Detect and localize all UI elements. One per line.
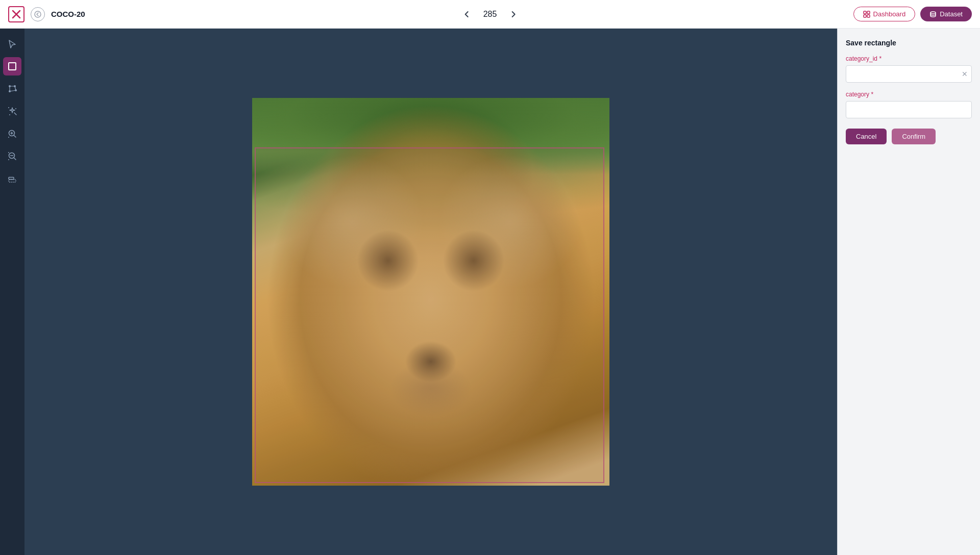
category-label: category * xyxy=(846,91,972,98)
layers-tool[interactable] xyxy=(3,169,21,188)
svg-point-2 xyxy=(35,11,41,17)
dataset-label: Dataset xyxy=(940,10,963,18)
svg-rect-22 xyxy=(9,178,14,180)
category-group: category * xyxy=(846,91,972,118)
nav-next-button[interactable] xyxy=(505,8,521,20)
svg-rect-4 xyxy=(867,11,870,14)
image-container xyxy=(252,98,609,486)
cancel-button[interactable]: Cancel xyxy=(846,129,887,144)
polygon-tool[interactable] xyxy=(3,80,21,98)
dashboard-label: Dashboard xyxy=(873,10,906,18)
dashboard-button[interactable]: Dashboard xyxy=(853,7,916,21)
category-id-group: category_id * ✕ xyxy=(846,55,972,83)
header-buttons: Dashboard Dataset xyxy=(853,7,972,21)
svg-rect-8 xyxy=(9,63,16,70)
svg-point-17 xyxy=(8,137,9,138)
dataset-button[interactable]: Dataset xyxy=(920,7,972,21)
svg-point-14 xyxy=(15,108,16,109)
category-input[interactable] xyxy=(846,101,972,118)
svg-point-7 xyxy=(930,12,936,14)
header: COCO-20 285 Dashboard xyxy=(0,0,980,29)
category-required: * xyxy=(871,91,873,98)
project-title: COCO-20 xyxy=(51,10,85,18)
zoom-out-tool[interactable] xyxy=(3,147,21,165)
magic-wand-tool[interactable] xyxy=(3,102,21,120)
app-logo[interactable] xyxy=(8,6,24,22)
sidebar xyxy=(0,29,24,555)
svg-rect-6 xyxy=(867,15,870,17)
main-layout: Save rectangle category_id * ✕ category … xyxy=(0,29,980,555)
rectangle-tool[interactable] xyxy=(3,57,21,75)
right-panel: Save rectangle category_id * ✕ category … xyxy=(837,29,980,555)
category-id-label: category_id * xyxy=(846,55,972,62)
svg-point-15 xyxy=(9,114,10,115)
cursor-tool[interactable] xyxy=(3,35,21,53)
nav-prev-button[interactable] xyxy=(459,8,475,20)
bear-image xyxy=(252,98,609,486)
back-button[interactable] xyxy=(31,7,45,21)
clear-icon[interactable]: ✕ xyxy=(962,70,968,78)
nav-number: 285 xyxy=(483,10,497,19)
category-id-input[interactable] xyxy=(846,65,972,83)
category-id-required: * xyxy=(879,55,881,62)
nav-center: 285 xyxy=(459,8,522,20)
svg-point-19 xyxy=(8,152,9,153)
zoom-in-tool[interactable] xyxy=(3,124,21,143)
canvas-area[interactable] xyxy=(24,29,837,555)
svg-rect-3 xyxy=(864,11,866,14)
bear-details xyxy=(252,98,609,486)
form-actions: Cancel Confirm xyxy=(846,129,972,144)
svg-rect-21 xyxy=(9,180,16,182)
panel-title: Save rectangle xyxy=(846,39,972,47)
svg-rect-5 xyxy=(864,15,866,17)
svg-point-13 xyxy=(8,107,9,108)
svg-point-20 xyxy=(8,159,9,160)
confirm-button[interactable]: Confirm xyxy=(892,129,936,144)
category-id-input-wrapper: ✕ xyxy=(846,65,972,83)
